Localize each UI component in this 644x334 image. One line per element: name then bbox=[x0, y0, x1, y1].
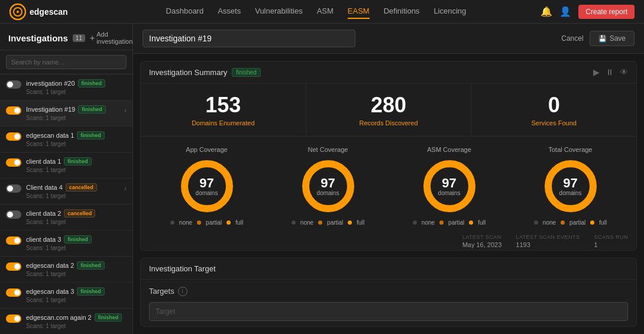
donut-label: 97 domains bbox=[559, 177, 582, 196]
scan-events-value: 1193 bbox=[516, 241, 580, 248]
list-item[interactable]: edgescan data 3 finished Scans: 1 target bbox=[0, 283, 132, 309]
stat-value: 280 bbox=[312, 93, 465, 118]
item-meta: Scans: 1 target bbox=[26, 141, 127, 147]
add-investigation-button[interactable]: + Add investigation bbox=[90, 31, 132, 45]
investigation-header: Cancel 💾 Save bbox=[133, 24, 644, 54]
status-badge: finished bbox=[95, 313, 122, 322]
plus-icon: + bbox=[90, 33, 95, 43]
donut-label: 97 domains bbox=[317, 177, 339, 196]
pause-icon[interactable]: ⏸ bbox=[606, 67, 614, 77]
status-badge: finished bbox=[64, 235, 92, 244]
item-meta: Scans: 1 target bbox=[26, 245, 127, 251]
toggle-off[interactable] bbox=[6, 80, 21, 89]
user-icon[interactable]: 👤 bbox=[559, 6, 571, 17]
nav-assets[interactable]: Assets bbox=[218, 4, 241, 19]
status-badge: finished bbox=[77, 131, 105, 140]
toggle-on[interactable] bbox=[6, 106, 21, 115]
legend-full-dot bbox=[469, 220, 473, 225]
nav-vulnerabilities[interactable]: Vulnerabilities bbox=[255, 4, 302, 19]
search-input[interactable] bbox=[6, 55, 127, 69]
list-item[interactable]: Client data 4 cancelled Scans: 1 target … bbox=[0, 179, 132, 205]
coverage-title: Total Coverage bbox=[549, 146, 593, 153]
toggle-on[interactable] bbox=[6, 314, 21, 323]
stat-label: Records Discovered bbox=[312, 119, 465, 127]
logo-text: edgescan bbox=[30, 7, 68, 17]
stat-records-discovered: 280 Records Discovered bbox=[306, 83, 472, 136]
item-meta: Scans: 1 target bbox=[26, 323, 127, 329]
investigation-title-input[interactable] bbox=[143, 30, 355, 47]
top-nav: edgescan Dashboard Assets Vulnerabilitie… bbox=[0, 0, 644, 24]
create-report-button[interactable]: Create report bbox=[578, 5, 635, 19]
item-name: edgescan.com again 2 finished bbox=[26, 313, 127, 322]
nav-dashboard[interactable]: Dashboard bbox=[166, 4, 204, 19]
toggle-on[interactable] bbox=[6, 262, 21, 271]
cancel-button[interactable]: Cancel bbox=[561, 34, 583, 43]
list-item[interactable]: Investigation #19 finished Scans: 1 targ… bbox=[0, 100, 132, 127]
item-info: Investigation #19 finished Scans: 1 targ… bbox=[26, 105, 119, 121]
legend-full-dot bbox=[348, 220, 352, 225]
info-icon[interactable]: i bbox=[178, 287, 187, 296]
scan-events-label: Latest Scan Events bbox=[516, 234, 580, 240]
coverage-title: App Coverage bbox=[186, 146, 227, 153]
latest-scan-label: Latest Scan bbox=[462, 234, 502, 240]
investigation-header-actions: Cancel 💾 Save bbox=[561, 31, 635, 46]
item-name: edgescan data 3 finished bbox=[26, 287, 127, 296]
item-name: investigation #20 finished bbox=[26, 79, 127, 87]
item-name: edgescan data 2 finished bbox=[26, 261, 127, 270]
bell-icon[interactable]: 🔔 bbox=[541, 6, 552, 17]
list-item[interactable]: edgescan data 1 finished Scans: 1 target bbox=[0, 127, 132, 153]
legend-none-dot bbox=[534, 220, 538, 225]
toggle-off[interactable] bbox=[6, 210, 21, 219]
scans-run: Scans Run 1 bbox=[594, 234, 628, 248]
toggle-on[interactable] bbox=[6, 236, 21, 245]
sidebar-title: Investigations bbox=[8, 33, 68, 43]
stat-domains-enumerated: 153 Domains Enumerated bbox=[141, 83, 306, 136]
coverage-legend: none partial full bbox=[292, 219, 364, 226]
toggle-on[interactable] bbox=[6, 158, 21, 167]
donut-chart: 97 domains bbox=[541, 157, 600, 216]
nav-asm[interactable]: ASM bbox=[317, 4, 334, 19]
scan-info: Latest Scan May 16, 2023 Latest Scan Eve… bbox=[141, 232, 636, 251]
list-item[interactable]: client data 2 cancelled Scans: 1 target bbox=[0, 205, 132, 231]
logo-icon bbox=[9, 4, 26, 20]
item-meta: Scans: 1 target bbox=[26, 297, 127, 303]
donut-chart: 97 domains bbox=[299, 157, 358, 216]
main-layout: Investigations 11 + Add investigation in… bbox=[0, 24, 644, 334]
sidebar-count-badge: 11 bbox=[73, 34, 85, 42]
legend-partial-dot bbox=[561, 220, 565, 225]
nav-actions: 🔔 👤 Create report bbox=[541, 5, 635, 19]
latest-scan-events: Latest Scan Events 1193 bbox=[516, 234, 580, 248]
list-item[interactable]: investigation #20 finished Scans: 1 targ… bbox=[0, 74, 132, 100]
toggle-off[interactable] bbox=[6, 184, 21, 193]
status-badge: finished bbox=[77, 261, 105, 270]
eye-icon[interactable]: 👁 bbox=[620, 67, 628, 77]
item-info: client data 3 finished Scans: 1 target bbox=[26, 235, 127, 251]
play-icon[interactable]: ▶ bbox=[593, 67, 600, 77]
list-item[interactable]: edgescan.com again 2 finished Scans: 1 t… bbox=[0, 309, 132, 334]
stat-services-found: 0 Services Found bbox=[471, 83, 636, 136]
toggle-on[interactable] bbox=[6, 132, 21, 141]
logo: edgescan bbox=[9, 4, 68, 20]
investigation-target: Investigation Target Targets i bbox=[140, 258, 637, 327]
nav-easm[interactable]: EASM bbox=[348, 4, 370, 19]
item-name: Client data 4 cancelled bbox=[26, 183, 119, 192]
nav-definitions[interactable]: Definitions bbox=[384, 4, 420, 19]
stats-row: 153 Domains Enumerated 280 Records Disco… bbox=[141, 83, 636, 137]
nav-licencing[interactable]: Licencing bbox=[433, 4, 466, 19]
latest-scan: Latest Scan May 16, 2023 bbox=[462, 234, 502, 248]
targets-label: Targets i bbox=[149, 287, 628, 296]
toggle-on[interactable] bbox=[6, 288, 21, 297]
save-icon: 💾 bbox=[598, 35, 607, 43]
coverage-title: Net Coverage bbox=[308, 146, 348, 153]
save-button[interactable]: 💾 Save bbox=[590, 31, 635, 46]
list-item[interactable]: edgescan data 2 finished Scans: 1 target bbox=[0, 257, 132, 283]
item-meta: Scans: 1 target bbox=[26, 167, 127, 173]
chevron-right-icon: › bbox=[124, 106, 127, 115]
sidebar: Investigations 11 + Add investigation in… bbox=[0, 24, 133, 334]
list-item[interactable]: client data 3 finished Scans: 1 target bbox=[0, 231, 132, 257]
list-item[interactable]: client data 1 finished Scans: 1 target bbox=[0, 153, 132, 179]
target-input[interactable] bbox=[149, 302, 628, 321]
targets-section: Targets i bbox=[141, 280, 636, 327]
scans-run-label: Scans Run bbox=[594, 234, 628, 240]
scans-run-value: 1 bbox=[594, 241, 628, 248]
